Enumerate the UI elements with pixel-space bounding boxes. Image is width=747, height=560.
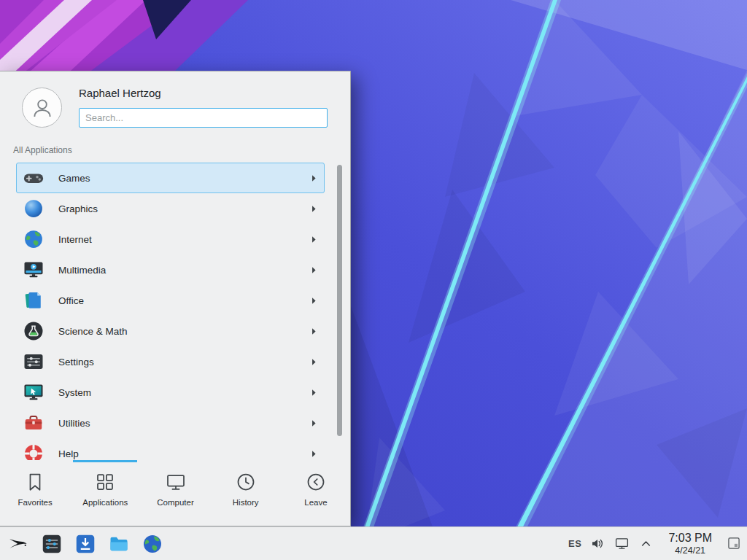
category-label: Multimedia — [58, 265, 106, 276]
tab-favorites[interactable]: Favorites — [0, 460, 70, 526]
network-icon[interactable] — [614, 536, 630, 551]
digital-clock[interactable]: 7:03 PM 4/24/21 — [662, 532, 718, 556]
file-manager-icon[interactable] — [108, 533, 130, 555]
taskbar-launchers — [0, 533, 163, 555]
tab-history[interactable]: History — [211, 460, 281, 526]
kali-menu-icon[interactable] — [7, 533, 29, 555]
show-desktop-button[interactable] — [727, 536, 741, 551]
software-download-icon[interactable] — [74, 533, 96, 555]
category-row-graphics[interactable]: Graphics — [16, 193, 325, 224]
clock-date: 4/24/21 — [675, 545, 705, 556]
submenu-arrow-icon — [311, 205, 317, 213]
search-input[interactable] — [79, 108, 328, 128]
globe-icon — [23, 228, 44, 250]
submenu-arrow-icon — [311, 389, 317, 397]
gamepad-icon — [23, 167, 44, 189]
application-launcher-menu: Raphael Hertzog All Applications Games G… — [0, 71, 351, 526]
tab-label: Leave — [304, 498, 327, 507]
tab-computer[interactable]: Computer — [140, 460, 210, 526]
utilities-icon — [23, 412, 44, 434]
tab-label: Applications — [82, 498, 128, 507]
system-tray: ES 7:03 PM 4/24/21 — [568, 532, 747, 556]
system-icon — [23, 381, 44, 403]
volume-icon[interactable] — [590, 536, 605, 551]
section-label: All Applications — [13, 145, 72, 155]
category-label: Utilities — [58, 418, 90, 429]
keyboard-layout-indicator[interactable]: ES — [568, 538, 581, 549]
user-name: Raphael Hertzog — [79, 87, 161, 99]
grid-icon — [94, 471, 116, 493]
category-row-internet[interactable]: Internet — [16, 224, 325, 254]
category-row-multimedia[interactable]: Multimedia — [16, 254, 325, 285]
category-label: Science & Math — [58, 326, 128, 337]
help-icon — [23, 443, 44, 460]
submenu-arrow-icon — [311, 327, 317, 335]
tab-label: Favorites — [18, 498, 52, 507]
category-row-utilities[interactable]: Utilities — [16, 408, 325, 438]
graphics-icon — [23, 198, 44, 219]
tab-label: Computer — [157, 498, 194, 507]
launcher-tab-bar: Favorites Applications Computer History — [0, 460, 351, 526]
application-category-list: Games Graphics Internet — [0, 163, 351, 460]
leave-icon — [305, 471, 327, 493]
user-icon — [30, 96, 55, 120]
taskbar-panel: ES 7:03 PM 4/24/21 — [0, 526, 747, 560]
toggles-app-icon[interactable] — [41, 533, 63, 555]
category-label: Games — [58, 173, 90, 184]
submenu-arrow-icon — [311, 419, 317, 427]
category-row-help[interactable]: Help — [16, 438, 325, 460]
submenu-arrow-icon — [311, 266, 317, 274]
expand-tray-icon[interactable] — [638, 536, 654, 551]
category-label: Graphics — [58, 203, 98, 214]
scrollbar-thumb[interactable] — [337, 165, 342, 436]
multimedia-icon — [23, 259, 44, 281]
science-icon — [23, 320, 44, 342]
tab-applications[interactable]: Applications — [70, 460, 140, 526]
submenu-arrow-icon — [311, 297, 317, 305]
clock-icon — [235, 471, 257, 493]
web-browser-icon[interactable] — [142, 533, 163, 555]
category-label: Settings — [58, 357, 94, 368]
category-row-office[interactable]: Office — [16, 285, 325, 316]
tab-leave[interactable]: Leave — [281, 460, 351, 526]
category-row-science-math[interactable]: Science & Math — [16, 316, 325, 346]
monitor-icon — [165, 471, 187, 493]
submenu-arrow-icon — [311, 358, 317, 366]
submenu-arrow-icon — [311, 174, 317, 182]
tab-label: History — [233, 498, 259, 507]
category-label: Help — [58, 448, 79, 459]
submenu-arrow-icon — [311, 450, 317, 458]
user-avatar[interactable] — [22, 88, 62, 128]
category-label: Office — [58, 295, 84, 306]
clock-time: 7:03 PM — [668, 532, 712, 545]
category-label: System — [58, 387, 91, 398]
category-row-system[interactable]: System — [16, 377, 325, 408]
category-row-games[interactable]: Games — [16, 163, 325, 193]
settings-icon — [23, 351, 44, 373]
desktop: Raphael Hertzog All Applications Games G… — [0, 0, 747, 560]
submenu-arrow-icon — [311, 236, 317, 244]
category-row-settings[interactable]: Settings — [16, 346, 325, 377]
office-icon — [23, 289, 44, 311]
category-label: Internet — [58, 234, 92, 245]
bookmark-icon — [24, 471, 46, 493]
